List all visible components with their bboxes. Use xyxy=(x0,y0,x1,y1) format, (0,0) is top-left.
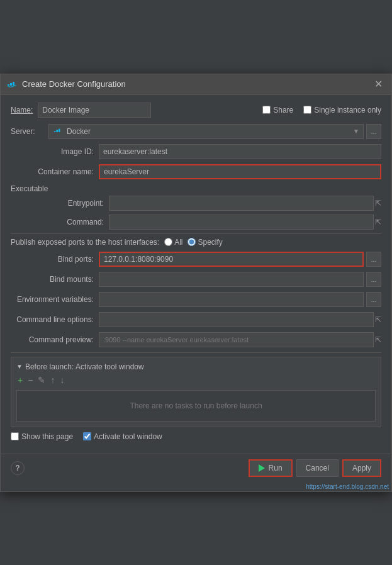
share-label: Share xyxy=(273,106,293,115)
share-checkbox-label[interactable]: Share xyxy=(262,106,293,115)
server-docker-icon xyxy=(53,126,63,137)
apply-button[interactable]: Apply xyxy=(342,459,381,477)
bottom-checkboxes: Show this page Activate tool window xyxy=(11,432,381,441)
docker-icon xyxy=(7,79,17,89)
executable-section-label: Executable xyxy=(11,184,381,193)
no-tasks-area: There are no tasks to run before launch xyxy=(16,390,376,422)
cmd-preview-input xyxy=(99,332,374,347)
name-row: Name: Share Single instance only xyxy=(11,103,381,118)
entrypoint-label: Entrypoint: xyxy=(21,199,109,208)
show-page-label: Show this page xyxy=(21,432,73,441)
all-radio-label[interactable]: All xyxy=(164,238,182,247)
move-up-button[interactable]: ↑ xyxy=(49,375,56,385)
specify-radio-text: Specify xyxy=(198,238,222,247)
dialog-content: Name: Share Single instance only Server: xyxy=(1,95,391,454)
bind-mounts-ellipsis-button[interactable]: ... xyxy=(366,272,381,287)
activate-tool-checkbox-label[interactable]: Activate tool window xyxy=(83,432,162,441)
bind-ports-ellipsis-button[interactable]: ... xyxy=(366,252,381,267)
svg-rect-11 xyxy=(59,131,60,132)
container-name-input[interactable] xyxy=(99,164,381,179)
env-vars-label: Environment variables: xyxy=(11,295,99,304)
bind-ports-input[interactable] xyxy=(99,252,364,267)
run-label: Run xyxy=(269,464,283,473)
show-page-checkbox-label[interactable]: Show this page xyxy=(11,432,73,441)
dialog-title: Create Docker Configuration xyxy=(22,79,372,89)
cmd-preview-row: Command preview: ⇱ xyxy=(11,332,381,347)
name-input[interactable] xyxy=(38,103,151,118)
cmd-line-options-expand-button[interactable]: ⇱ xyxy=(375,315,381,324)
svg-rect-5 xyxy=(13,84,14,86)
command-expand-button[interactable]: ⇱ xyxy=(375,218,381,227)
svg-rect-4 xyxy=(13,83,14,84)
image-id-label: Image ID: xyxy=(11,147,99,156)
server-label: Server: xyxy=(11,127,48,136)
image-id-input[interactable] xyxy=(99,144,381,159)
bind-mounts-input[interactable] xyxy=(99,272,364,287)
cancel-button[interactable]: Cancel xyxy=(296,459,339,477)
svg-rect-1 xyxy=(10,83,12,84)
cmd-preview-label: Command preview: xyxy=(11,335,99,344)
activate-tool-checkbox[interactable] xyxy=(83,432,91,440)
server-ellipsis-button[interactable]: ... xyxy=(366,124,381,139)
bind-mounts-label: Bind mounts: xyxy=(11,275,99,284)
before-launch-triangle: ▼ xyxy=(16,363,23,370)
svg-rect-2 xyxy=(10,84,12,86)
single-instance-checkbox[interactable] xyxy=(303,106,311,114)
run-button[interactable]: Run xyxy=(249,459,293,477)
title-bar: Create Docker Configuration ✕ xyxy=(1,74,391,95)
all-radio-text: All xyxy=(174,238,182,247)
bind-ports-row: Bind ports: ... xyxy=(11,252,381,267)
image-id-row: Image ID: xyxy=(11,144,381,159)
container-name-label: Container name: xyxy=(11,167,99,176)
svg-rect-9 xyxy=(59,128,60,130)
no-tasks-text: There are no tasks to run before launch xyxy=(130,401,262,410)
move-down-button[interactable]: ↓ xyxy=(59,375,65,385)
entrypoint-expand-button[interactable]: ⇱ xyxy=(375,199,381,208)
bind-mounts-row: Bind mounts: ... xyxy=(11,272,381,287)
single-instance-checkbox-label[interactable]: Single instance only xyxy=(303,106,381,115)
svg-rect-6 xyxy=(54,131,56,132)
server-combo[interactable]: Docker ▼ xyxy=(48,124,364,139)
name-label: Name: xyxy=(11,106,33,115)
env-vars-ellipsis-button[interactable]: ... xyxy=(366,292,381,307)
cmd-line-options-label: Command line options: xyxy=(11,315,99,324)
command-label: Command: xyxy=(21,218,109,227)
command-row: Command: ⇱ xyxy=(21,215,381,230)
create-docker-dialog: Create Docker Configuration ✕ Name: Shar… xyxy=(0,74,392,492)
watermark-url: https://start-end.blog.csdn.net xyxy=(306,483,389,490)
ports-label: Publish exposed ports to the host interf… xyxy=(11,238,159,247)
single-instance-label: Single instance only xyxy=(314,106,381,115)
env-vars-input[interactable] xyxy=(99,292,364,307)
specify-radio-label[interactable]: Specify xyxy=(188,238,222,247)
remove-task-button[interactable]: − xyxy=(26,375,34,385)
server-row: Server: Docker ▼ ... xyxy=(11,124,381,139)
edit-task-button[interactable]: ✎ xyxy=(36,375,47,385)
entrypoint-row: Entrypoint: ⇱ xyxy=(21,196,381,211)
server-dropdown-arrow: ▼ xyxy=(353,128,359,135)
before-launch-toolbar: + − ✎ ↑ ↓ xyxy=(16,375,376,385)
run-icon xyxy=(259,464,265,472)
container-name-row: Container name: xyxy=(11,164,381,179)
svg-rect-10 xyxy=(59,130,60,131)
dialog-footer: ? Run Cancel Apply xyxy=(1,454,391,482)
add-task-button[interactable]: + xyxy=(16,375,24,385)
before-launch-text: Before launch: Activate tool window xyxy=(25,362,144,371)
show-page-checkbox[interactable] xyxy=(11,432,19,440)
entrypoint-input[interactable] xyxy=(109,196,374,211)
svg-rect-0 xyxy=(8,84,9,86)
help-button[interactable]: ? xyxy=(11,461,25,475)
svg-rect-3 xyxy=(13,82,14,83)
command-input[interactable] xyxy=(109,215,374,230)
close-button[interactable]: ✕ xyxy=(372,78,385,91)
cmd-line-options-row: Command line options: ⇱ xyxy=(11,312,381,327)
svg-rect-7 xyxy=(56,130,58,131)
cmd-preview-expand-button[interactable]: ⇱ xyxy=(375,335,381,344)
server-value: Docker xyxy=(67,127,350,136)
all-radio[interactable] xyxy=(164,238,172,246)
share-checkbox[interactable] xyxy=(262,106,271,114)
specify-radio[interactable] xyxy=(188,238,196,246)
activate-tool-label: Activate tool window xyxy=(94,432,162,441)
before-launch-header: ▼ Before launch: Activate tool window xyxy=(16,362,376,371)
watermark: https://start-end.blog.csdn.net xyxy=(1,482,391,491)
cmd-line-options-input[interactable] xyxy=(99,312,374,327)
